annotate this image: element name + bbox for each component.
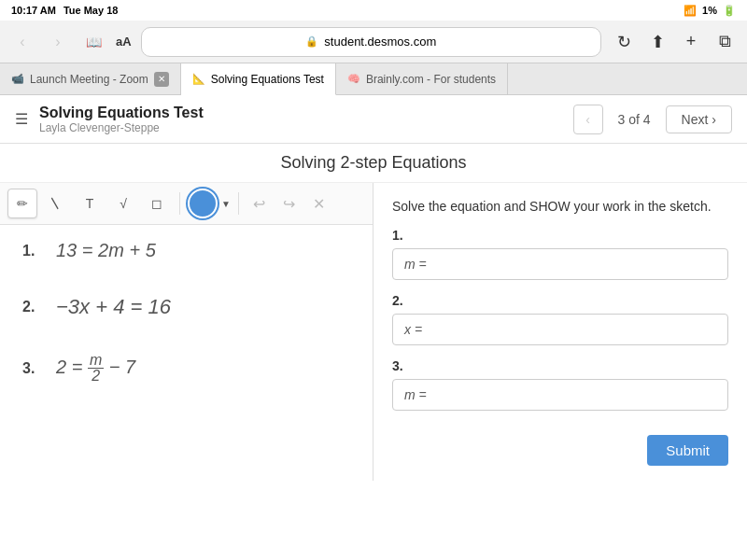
menu-button[interactable]: ☰ <box>15 110 28 128</box>
formula-icon: √ <box>120 196 127 211</box>
app-header: ☰ Solving Equations Test Layla Clevenger… <box>0 95 747 144</box>
page-title: Solving 2-step Equations <box>280 153 466 172</box>
tab-desmos[interactable]: 📐 Solving Equations Test <box>181 63 336 95</box>
app-title-text: Solving Equations Test <box>39 105 204 121</box>
text-tool[interactable]: T <box>75 189 105 218</box>
date-display: Tue May 18 <box>63 5 119 16</box>
refresh-button[interactable]: ↻ <box>611 29 637 55</box>
answer-label-2: 2. <box>392 293 728 308</box>
zoom-tab-icon: 📹 <box>11 73 24 85</box>
answer-var-2: x = <box>404 322 422 337</box>
wifi-icon: 📶 <box>684 5 697 17</box>
battery-display: 1% <box>702 5 717 16</box>
back-button[interactable]: ‹ <box>9 29 35 55</box>
new-tab-button[interactable]: + <box>678 29 704 55</box>
formula-tool[interactable]: √ <box>108 189 138 218</box>
answer-input-wrapper-2: x = <box>392 314 728 345</box>
status-bar: 10:17 AM Tue May 18 📶 1% 🔋 <box>0 0 747 21</box>
eq-number-2: 2. <box>22 299 41 315</box>
eq-number-3: 3. <box>22 360 41 377</box>
answer-group-2: 2. x = <box>392 293 728 345</box>
denominator: 2 <box>90 369 102 384</box>
pen-tool[interactable]: ✏ <box>7 189 37 218</box>
answer-field-3[interactable] <box>430 387 716 402</box>
brainly-tab-icon: 🧠 <box>347 73 360 85</box>
page-indicator: 3 of 4 <box>611 112 658 127</box>
answer-group-1: 1. m = <box>392 228 728 280</box>
text-size-button[interactable]: aA <box>116 35 132 49</box>
redo-icon: ↪ <box>283 195 295 213</box>
zoom-tab-close[interactable]: ✕ <box>154 72 169 87</box>
tab-brainly[interactable]: 🧠 Brainly.com - For students <box>336 63 508 94</box>
sketch-toolbar: ✏ / T √ ◻ ▼ ↩ <box>0 183 373 225</box>
eq-formula-3: 2 = m2 − 7 <box>56 353 135 384</box>
tab-zoom[interactable]: 📹 Launch Meeting - Zoom ✕ <box>0 63 181 94</box>
reader-button[interactable]: 📖 <box>80 29 106 55</box>
address-text: student.desmos.com <box>324 35 436 49</box>
app-title: Solving Equations Test Layla Clevenger-S… <box>39 105 204 134</box>
answer-var-3: m = <box>404 387 427 402</box>
line-tool[interactable]: / <box>41 189 71 218</box>
time-display: 10:17 AM <box>11 5 56 16</box>
instructions: Solve the equation and SHOW your work in… <box>392 198 728 217</box>
clear-button[interactable]: ✕ <box>306 190 332 217</box>
eq-number-1: 1. <box>22 243 41 259</box>
answer-area: Solve the equation and SHOW your work in… <box>374 183 747 481</box>
answer-field-2[interactable] <box>426 322 716 337</box>
pen-icon: ✏ <box>17 196 28 211</box>
eraser-tool[interactable]: ◻ <box>142 189 172 218</box>
answer-group-3: 3. m = <box>392 358 728 411</box>
tabs-button[interactable]: ⧉ <box>712 29 738 55</box>
eq-formula-2: −3x + 4 = 16 <box>56 295 171 319</box>
prev-page-button[interactable]: ‹ <box>573 105 603 134</box>
page-title-section: Solving 2-step Equations <box>0 144 747 183</box>
tab-bar: 📹 Launch Meeting - Zoom ✕ 📐 Solving Equa… <box>0 63 747 95</box>
lock-icon: 🔒 <box>305 35 318 48</box>
color-picker[interactable] <box>188 189 218 218</box>
address-bar: 🔒 student.desmos.com <box>141 27 601 57</box>
desmos-tab-label: Solving Equations Test <box>211 73 324 86</box>
toolbar-divider-2 <box>238 192 239 215</box>
redo-button[interactable]: ↪ <box>276 190 303 217</box>
browser-chrome: ‹ › 📖 aA 🔒 student.desmos.com ↻ ⬆ + ⧉ <box>0 21 747 63</box>
undo-icon: ↩ <box>253 195 265 213</box>
sketch-area: ✏ / T √ ◻ ▼ ↩ <box>0 183 374 481</box>
color-dropdown-icon: ▼ <box>221 199 231 209</box>
text-icon: T <box>86 196 94 211</box>
answer-var-1: m = <box>404 257 427 272</box>
sketch-canvas: 1. 13 = 2m + 5 2. −3x + 4 = 16 3. 2 <box>0 225 373 481</box>
clear-icon: ✕ <box>313 195 325 213</box>
share-button[interactable]: ⬆ <box>644 29 670 55</box>
desmos-tab-icon: 📐 <box>192 73 205 85</box>
content-wrapper: Solving 2-step Equations ✏ / T √ ◻ <box>0 144 747 481</box>
fraction-display: m2 <box>88 353 104 384</box>
eq-formula-1: 13 = 2m + 5 <box>56 240 156 261</box>
answer-input-wrapper-1: m = <box>392 248 728 280</box>
battery-icon: 🔋 <box>723 5 736 17</box>
next-chevron-icon: › <box>712 112 716 127</box>
equation-row-3: 3. 2 = m2 − 7 <box>22 353 350 384</box>
body-section: ✏ / T √ ◻ ▼ ↩ <box>0 183 747 481</box>
submit-button[interactable]: Submit <box>647 435 728 466</box>
answer-field-1[interactable] <box>430 257 716 272</box>
toolbar-divider <box>179 192 180 215</box>
brainly-tab-label: Brainly.com - For students <box>366 73 496 86</box>
undo-button[interactable]: ↩ <box>247 190 273 217</box>
line-icon: / <box>48 195 64 212</box>
answer-input-wrapper-3: m = <box>392 379 728 411</box>
next-page-button[interactable]: Next › <box>666 105 732 133</box>
numerator: m <box>88 353 104 369</box>
equation-row-1: 1. 13 = 2m + 5 <box>22 240 350 261</box>
forward-button[interactable]: › <box>45 29 71 55</box>
answer-label-1: 1. <box>392 228 728 243</box>
eraser-icon: ◻ <box>151 196 162 211</box>
zoom-tab-label: Launch Meeting - Zoom <box>30 73 148 86</box>
next-label: Next <box>682 112 709 127</box>
answer-label-3: 3. <box>392 358 728 373</box>
equation-row-2: 2. −3x + 4 = 16 <box>22 295 350 319</box>
app-subtitle-text: Layla Clevenger-Steppe <box>39 121 204 134</box>
